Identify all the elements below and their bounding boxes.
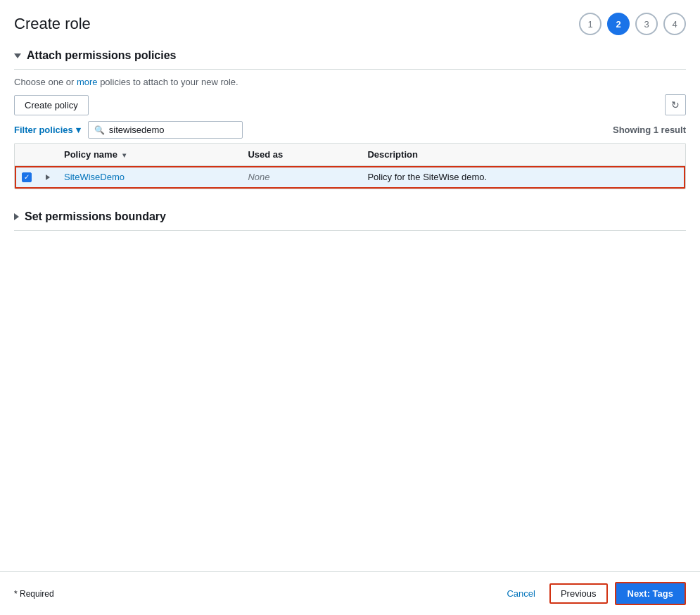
step-3: 3 — [635, 13, 658, 35]
step-indicators: 1 2 3 4 — [579, 13, 686, 35]
search-icon: 🔍 — [94, 125, 105, 135]
row-checkbox-cell[interactable]: ✓ — [15, 166, 39, 189]
expand-icon — [14, 213, 19, 220]
create-policy-button[interactable]: Create policy — [14, 95, 89, 115]
row-policy-name: SiteWiseDemo — [57, 166, 241, 189]
step-4: 4 — [663, 13, 686, 35]
step-2: 2 — [607, 13, 630, 35]
refresh-button[interactable]: ↻ — [665, 94, 686, 115]
refresh-icon: ↻ — [671, 99, 680, 110]
required-label: * Required — [14, 589, 54, 599]
policies-table-wrapper: Policy name ▾ Used as Description ✓ — [14, 143, 686, 189]
th-checkbox — [15, 144, 39, 166]
permissions-boundary-title: Set permissions boundary — [25, 210, 166, 223]
search-container: 🔍 — [88, 121, 243, 139]
permissions-boundary-section: Set permissions boundary — [14, 203, 686, 231]
permissions-section: Attach permissions policies Choose one o… — [14, 42, 686, 189]
collapse-icon — [14, 53, 21, 58]
main-content: Attach permissions policies Choose one o… — [0, 42, 700, 571]
th-description: Description — [360, 144, 685, 166]
cancel-button[interactable]: Cancel — [499, 584, 542, 603]
row-description: Policy for the SiteWise demo. — [360, 166, 685, 189]
footer-actions: Cancel Previous Next: Tags — [499, 582, 686, 605]
result-count: Showing 1 result — [613, 125, 686, 135]
policy-name-link[interactable]: SiteWiseDemo — [64, 172, 125, 182]
row-expand-cell[interactable] — [39, 166, 57, 189]
sort-icon: ▾ — [122, 151, 126, 159]
page-header: Create role 1 2 3 4 — [0, 0, 700, 42]
next-button[interactable]: Next: Tags — [615, 582, 687, 605]
expand-arrow-icon — [46, 175, 50, 180]
filter-bar: Filter policies ▾ 🔍 Showing 1 result — [14, 121, 686, 139]
footer: * Required Cancel Previous Next: Tags — [0, 571, 700, 615]
th-policy-name[interactable]: Policy name ▾ — [57, 144, 241, 166]
page-title: Create role — [14, 15, 91, 33]
toolbar: Create policy ↻ — [14, 94, 686, 115]
step-1: 1 — [579, 13, 602, 35]
permissions-boundary-header[interactable]: Set permissions boundary — [14, 203, 686, 231]
th-used-as: Used as — [241, 144, 360, 166]
table-header-row: Policy name ▾ Used as Description — [15, 144, 685, 166]
permissions-description: Choose one or more policies to attach to… — [14, 70, 686, 94]
filter-policies-button[interactable]: Filter policies ▾ — [14, 125, 81, 135]
checkbox-checked-icon: ✓ — [22, 172, 32, 182]
table-row[interactable]: ✓ SiteWiseDemo None Policy for the SiteW… — [15, 166, 685, 189]
row-used-as: None — [241, 166, 360, 189]
previous-button[interactable]: Previous — [549, 583, 608, 604]
th-expand — [39, 144, 57, 166]
permissions-section-title: Attach permissions policies — [27, 49, 177, 62]
chevron-down-icon: ▾ — [76, 125, 81, 135]
permissions-section-header[interactable]: Attach permissions policies — [14, 42, 686, 70]
search-input[interactable] — [109, 125, 236, 135]
more-link[interactable]: more — [77, 77, 98, 87]
policies-table: Policy name ▾ Used as Description ✓ — [15, 144, 685, 189]
